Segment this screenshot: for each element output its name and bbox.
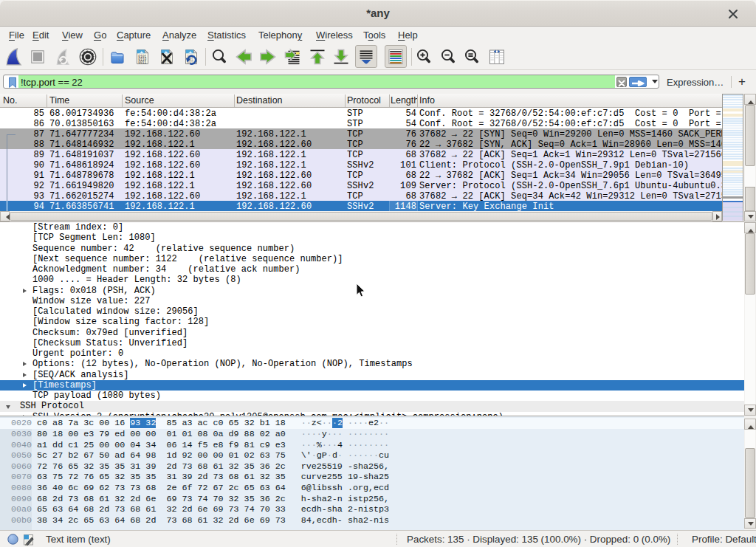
svg-text:0011: 0011 [138,61,146,64]
